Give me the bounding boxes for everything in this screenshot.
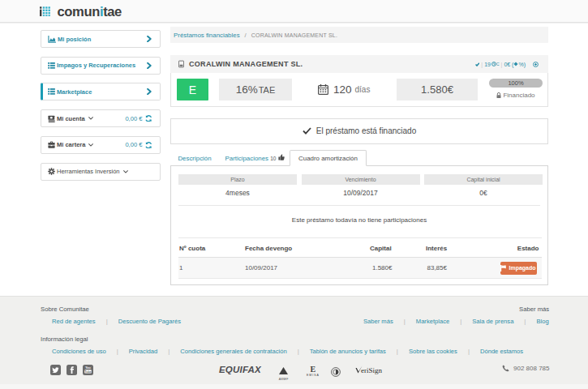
svg-text:Tube: Tube [84, 370, 91, 374]
svg-text:You: You [85, 366, 91, 370]
